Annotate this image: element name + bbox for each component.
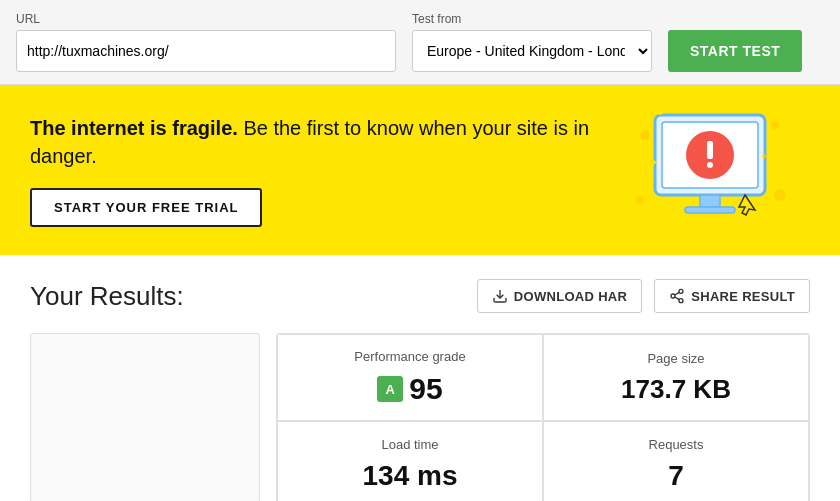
test-from-group: Test from Europe - United Kingdom - Lond…: [412, 12, 652, 72]
svg-point-18: [671, 294, 675, 298]
download-har-button[interactable]: DOWNLOAD HAR: [477, 279, 642, 313]
url-input[interactable]: [16, 30, 396, 72]
metric-label-loadtime: Load time: [381, 437, 438, 452]
banner-headline: The internet is fragile. Be the first to…: [30, 114, 610, 170]
svg-rect-7: [707, 141, 713, 159]
metric-label-performance: Performance grade: [354, 349, 465, 364]
svg-point-13: [766, 206, 774, 214]
svg-rect-9: [700, 195, 720, 207]
banner-text-area: The internet is fragile. Be the first to…: [30, 114, 610, 227]
metric-cell-loadtime: Load time 134 ms: [277, 421, 543, 501]
grade-badge: A: [377, 376, 403, 402]
metric-cell-performance: Performance grade A 95: [277, 334, 543, 421]
metric-value-pagesize: 173.7 KB: [621, 374, 731, 405]
test-from-label: Test from: [412, 12, 652, 26]
svg-line-20: [675, 297, 680, 300]
svg-point-17: [679, 289, 683, 293]
metrics-grid: Performance grade A 95 Page size 173.7 K…: [276, 333, 810, 501]
results-title: Your Results:: [30, 281, 184, 312]
url-label: URL: [16, 12, 396, 26]
results-grid: Performance grade A 95 Page size 173.7 K…: [30, 333, 810, 501]
svg-point-19: [679, 299, 683, 303]
metric-label-pagesize: Page size: [647, 351, 704, 366]
svg-point-2: [774, 189, 786, 201]
banner-headline-bold: The internet is fragile.: [30, 117, 238, 139]
results-actions: DOWNLOAD HAR SHARE RESULT: [477, 279, 810, 313]
banner: The internet is fragile. Be the first to…: [0, 85, 840, 255]
svg-text:✦: ✦: [760, 151, 768, 162]
grade-row: A 95: [377, 372, 442, 406]
location-select[interactable]: Europe - United Kingdom - London US - Ea…: [412, 30, 652, 72]
svg-marker-11: [739, 195, 755, 215]
metric-value-loadtime: 134 ms: [363, 460, 458, 492]
grade-number: 95: [409, 372, 442, 406]
svg-point-3: [636, 196, 644, 204]
url-group: URL: [16, 12, 396, 72]
results-section: Your Results: DOWNLOAD HAR SHARE R: [0, 255, 840, 501]
monitor-illustration: ✦ ✦: [630, 105, 790, 235]
svg-point-12: [657, 109, 663, 115]
banner-illustration: ✦ ✦: [610, 105, 810, 235]
metric-value-requests: 7: [668, 460, 684, 492]
share-icon: [669, 288, 685, 304]
metric-cell-requests: Requests 7: [543, 421, 809, 501]
svg-point-0: [640, 130, 650, 140]
metric-cell-pagesize: Page size 173.7 KB: [543, 334, 809, 421]
download-icon: [492, 288, 508, 304]
share-result-button[interactable]: SHARE RESULT: [654, 279, 810, 313]
start-test-button[interactable]: START TEST: [668, 30, 802, 72]
svg-line-21: [675, 292, 680, 295]
metric-label-requests: Requests: [649, 437, 704, 452]
svg-text:✦: ✦: [648, 156, 658, 170]
free-trial-button[interactable]: START YOUR FREE TRIAL: [30, 188, 262, 227]
results-screenshot: [30, 333, 260, 501]
svg-point-8: [707, 162, 713, 168]
svg-rect-10: [685, 207, 735, 213]
results-header: Your Results: DOWNLOAD HAR SHARE R: [30, 279, 810, 313]
svg-point-1: [771, 121, 779, 129]
top-bar: URL Test from Europe - United Kingdom - …: [0, 0, 840, 85]
